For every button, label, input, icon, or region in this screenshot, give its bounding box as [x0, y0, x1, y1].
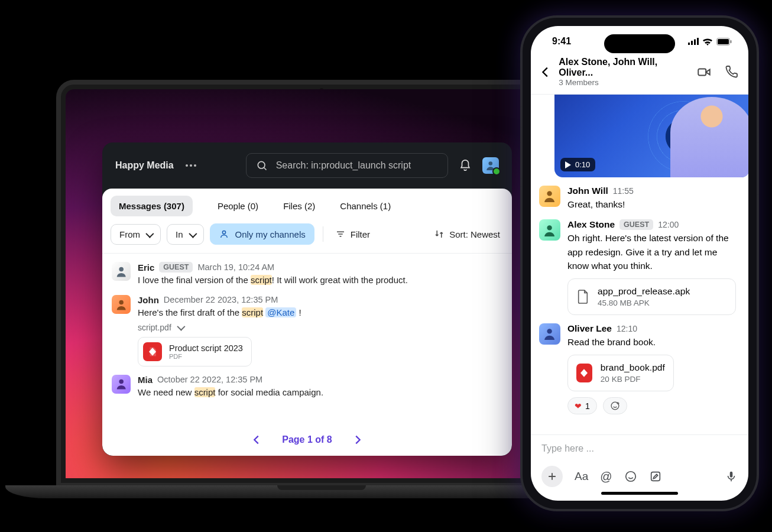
- phone-device: 9:41 Alex Stone, John Will, Oliver... 3 …: [521, 17, 758, 510]
- message-timestamp: March 19, 10:24 AM: [197, 262, 274, 272]
- tab-people[interactable]: People (0): [218, 201, 258, 211]
- chat-message: Alex Stone GUEST 12:00 Oh right. Here's …: [539, 219, 739, 315]
- search-results-panel: Messages (307) People (0) Files (2) Chan…: [102, 189, 512, 456]
- pdf-icon: [576, 364, 592, 382]
- filter-button[interactable]: Filter: [332, 229, 374, 239]
- filters-row: From In Only my channels Filter: [102, 223, 512, 254]
- message-text: Read the brand book.: [567, 335, 739, 349]
- avatar[interactable]: [539, 186, 560, 207]
- avatar[interactable]: [539, 323, 560, 345]
- composer-input[interactable]: Type here ...: [541, 443, 738, 466]
- svg-rect-16: [731, 40, 732, 43]
- message-text: We need new script for social media camp…: [138, 386, 502, 399]
- sort-icon: [434, 229, 445, 239]
- attachment-title: Product script 2023: [169, 343, 243, 353]
- chat-body[interactable]: 0:10 John Will 11:55 Great, thanks!: [531, 95, 748, 434]
- guest-badge: GUEST: [159, 262, 193, 273]
- svg-rect-17: [698, 69, 706, 75]
- file-name: brand_book.pdf: [601, 362, 665, 373]
- message-composer: Type here ... Aa @: [531, 434, 748, 501]
- message-author: Eric: [138, 262, 154, 273]
- page-indicator: Page 1 of 8: [282, 434, 332, 445]
- filter-in[interactable]: In: [167, 224, 204, 245]
- format-text-button[interactable]: Aa: [575, 470, 588, 483]
- file-meta: 45.80 MB APK: [598, 299, 690, 307]
- message-item[interactable]: Eric GUEST March 19, 10:24 AM I love the…: [112, 262, 502, 287]
- chat-message: John Will 11:55 Great, thanks!: [539, 186, 739, 211]
- divider: [323, 226, 323, 242]
- app-topbar: Happy Media Search: in:product_launch sc…: [102, 142, 512, 189]
- avatar: [112, 262, 131, 281]
- svg-rect-12: [694, 40, 696, 46]
- svg-point-7: [119, 267, 123, 271]
- filter-only-my-channels[interactable]: Only my channels: [210, 223, 314, 245]
- sort-button[interactable]: Sort: Newest: [430, 229, 504, 239]
- message-time: 12:00: [658, 220, 679, 229]
- svg-point-3: [222, 231, 225, 233]
- add-attachment-button[interactable]: [541, 466, 563, 487]
- reactions-row: ❤ 1: [567, 397, 739, 414]
- svg-point-2: [489, 161, 493, 166]
- attachment-toggle[interactable]: script.pdf: [138, 323, 502, 332]
- svg-point-9: [119, 379, 123, 384]
- file-attachment[interactable]: app_prod_release.apk 45.80 MB APK: [567, 278, 736, 315]
- tab-messages[interactable]: Messages (307): [111, 196, 193, 216]
- chevron-down-icon: [146, 229, 152, 239]
- file-attachment[interactable]: brand_book.pdf 20 KB PDF: [567, 355, 674, 391]
- voice-message-button[interactable]: [725, 469, 738, 484]
- chat-subtitle: 3 Members: [559, 78, 690, 87]
- svg-marker-18: [565, 161, 571, 168]
- message-author: John Will: [567, 186, 608, 196]
- tab-channels[interactable]: Channels (1): [340, 201, 391, 211]
- message-item[interactable]: John December 22 2023, 12:35 PM Here's t…: [112, 295, 502, 366]
- emoji-button[interactable]: [624, 470, 637, 483]
- filter-from[interactable]: From: [111, 224, 161, 245]
- message-time: 11:55: [613, 186, 634, 196]
- more-icon[interactable]: [186, 164, 196, 167]
- current-user-avatar[interactable]: [482, 157, 499, 174]
- audio-call-button[interactable]: [725, 64, 739, 79]
- chat-title-block[interactable]: Alex Stone, John Will, Oliver... 3 Membe…: [559, 57, 690, 87]
- illustration: [670, 97, 748, 177]
- message-author: Oliver Lee: [567, 323, 612, 334]
- back-button[interactable]: [538, 64, 553, 80]
- chat-message: Oliver Lee 12:10 Read the brand book. br…: [539, 323, 739, 414]
- laptop-wallpaper: Happy Media Search: in:product_launch sc…: [66, 89, 578, 478]
- svg-line-1: [264, 168, 266, 170]
- search-app-window: Happy Media Search: in:product_launch sc…: [102, 142, 512, 456]
- next-page-button[interactable]: [351, 433, 364, 446]
- message-author: Alex Stone: [567, 219, 615, 230]
- attachment-card[interactable]: Product script 2023 PDF: [138, 337, 252, 366]
- tab-files[interactable]: Files (2): [283, 201, 315, 211]
- add-reaction-button[interactable]: [603, 397, 627, 414]
- reaction-count: 1: [585, 401, 590, 411]
- svg-point-21: [547, 329, 552, 334]
- notifications-button[interactable]: [456, 159, 474, 172]
- person-icon: [219, 229, 229, 239]
- mention[interactable]: @Kate: [265, 307, 296, 317]
- heart-icon: ❤: [575, 401, 582, 411]
- message-text: Here's the first draft of the script @Ka…: [138, 306, 502, 319]
- message-timestamp: October 22 2022, 12:35 PM: [157, 375, 262, 384]
- search-input[interactable]: Search: in:product_launch script: [246, 153, 448, 178]
- file-icon: [576, 289, 589, 304]
- search-text: Search: in:product_launch script: [276, 160, 411, 171]
- results-list: Eric GUEST March 19, 10:24 AM I love the…: [102, 254, 512, 427]
- avatar[interactable]: [539, 219, 560, 241]
- prev-page-button[interactable]: [250, 433, 263, 446]
- reaction-heart[interactable]: ❤ 1: [567, 397, 597, 414]
- search-icon: [256, 160, 268, 171]
- file-meta: 20 KB PDF: [601, 375, 665, 384]
- mention-button[interactable]: @: [600, 470, 612, 484]
- compose-note-button[interactable]: [649, 470, 662, 483]
- filter-icon: [335, 229, 346, 239]
- plus-icon: [546, 471, 558, 482]
- message-item[interactable]: Mia October 22 2022, 12:35 PM We need ne…: [112, 375, 502, 399]
- video-call-button[interactable]: [696, 64, 712, 80]
- message-author: John: [138, 295, 159, 305]
- search-highlight: script: [251, 275, 272, 285]
- guest-badge: GUEST: [619, 219, 653, 230]
- laptop-bezel: Happy Media Search: in:product_launch sc…: [56, 80, 587, 488]
- workspace-name[interactable]: Happy Media: [115, 160, 174, 171]
- video-attachment[interactable]: 0:10: [554, 95, 748, 177]
